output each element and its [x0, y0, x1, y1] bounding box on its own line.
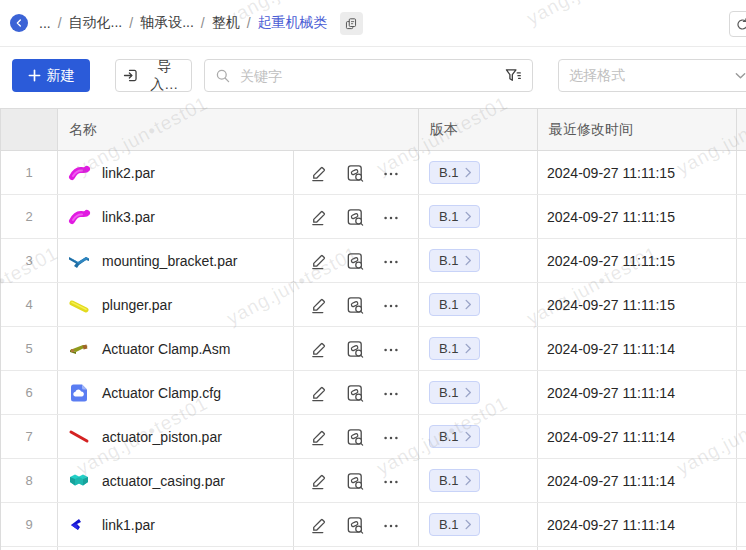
- version-chevron-right-icon: [464, 387, 472, 398]
- ellipsis-icon: [382, 252, 400, 270]
- file-name[interactable]: link3.par: [102, 209, 155, 225]
- relations-button[interactable]: [345, 515, 365, 535]
- new-button[interactable]: 新建: [12, 59, 90, 92]
- version-badge[interactable]: B.1: [429, 161, 480, 184]
- file-thumbnail-icon: [67, 249, 91, 273]
- more-button[interactable]: [382, 516, 400, 534]
- file-name-cell[interactable]: link1.par: [58, 503, 294, 546]
- more-button[interactable]: [382, 384, 400, 402]
- modified-cell: 2024-09-27 11:11:14: [538, 503, 737, 546]
- table-row: 5 Actuator Clamp.Asm: [1, 327, 746, 371]
- breadcrumb-item[interactable]: 整机: [212, 14, 240, 32]
- import-button[interactable]: 导入…: [115, 59, 192, 92]
- table-row: 1 link2.par: [1, 151, 746, 195]
- file-name-cell[interactable]: actuator_casing.par: [58, 459, 294, 502]
- relations-button[interactable]: [345, 163, 365, 183]
- file-thumbnail-icon: [67, 205, 91, 229]
- version-chevron-right-icon: [464, 299, 472, 310]
- version-label: B.1: [439, 341, 459, 356]
- relations-button[interactable]: [345, 427, 365, 447]
- edit-button[interactable]: [309, 471, 328, 490]
- file-name-cell[interactable]: actuator_piston.par: [58, 415, 294, 458]
- version-badge[interactable]: B.1: [429, 337, 480, 360]
- back-button[interactable]: [10, 14, 28, 32]
- breadcrumb-item[interactable]: ...: [39, 15, 51, 31]
- file-name-cell[interactable]: link3.par: [58, 195, 294, 238]
- version-badge[interactable]: B.1: [429, 249, 480, 272]
- file-name-cell[interactable]: mounting_bracket.par: [58, 239, 294, 282]
- version-badge[interactable]: B.1: [429, 205, 480, 228]
- copy-button[interactable]: [340, 12, 363, 35]
- relations-button[interactable]: [345, 295, 365, 315]
- row-index-label: 3: [25, 253, 32, 268]
- row-index: 6: [1, 371, 58, 414]
- modified-time: 2024-09-27 11:11:15: [547, 209, 675, 225]
- file-name[interactable]: link1.par: [102, 517, 155, 533]
- format-select-placeholder: 选择格式: [569, 67, 625, 85]
- relations-button[interactable]: [345, 207, 365, 227]
- file-name-cell[interactable]: link2.par: [58, 151, 294, 194]
- edit-button[interactable]: [309, 515, 328, 534]
- format-select[interactable]: 选择格式: [558, 59, 746, 92]
- version-badge[interactable]: B.1: [429, 513, 480, 536]
- file-name[interactable]: actuator_piston.par: [102, 429, 222, 445]
- header-version: 版本: [419, 109, 538, 150]
- edit-button[interactable]: [309, 295, 328, 314]
- file-name[interactable]: actuator_casing.par: [102, 473, 225, 489]
- document-link-magnifier-icon: [345, 515, 365, 535]
- file-name[interactable]: Actuator Clamp.Asm: [102, 341, 230, 357]
- more-button[interactable]: [382, 252, 400, 270]
- edit-button[interactable]: [309, 163, 328, 182]
- search-input[interactable]: [238, 67, 501, 85]
- version-badge[interactable]: B.1: [429, 293, 480, 316]
- more-button[interactable]: [382, 296, 400, 314]
- row-actions: [294, 239, 419, 282]
- edit-button[interactable]: [309, 207, 328, 226]
- breadcrumb-item[interactable]: 轴承设...: [140, 14, 194, 32]
- more-button[interactable]: [382, 340, 400, 358]
- edit-pencil-icon: [309, 471, 328, 490]
- modified-time: 2024-09-27 11:11:14: [547, 429, 675, 445]
- file-name-cell[interactable]: plunger.par: [58, 283, 294, 326]
- file-name[interactable]: mounting_bracket.par: [102, 253, 237, 269]
- more-button[interactable]: [382, 208, 400, 226]
- edit-button[interactable]: [309, 383, 328, 402]
- file-name[interactable]: link2.par: [102, 165, 155, 181]
- partial-cell: [737, 371, 746, 414]
- breadcrumb-item[interactable]: 自动化...: [69, 14, 123, 32]
- version-badge[interactable]: B.1: [429, 425, 480, 448]
- edit-button[interactable]: [309, 339, 328, 358]
- table-row: 4 plunger.par: [1, 283, 746, 327]
- version-chevron-right-icon: [464, 255, 472, 266]
- relations-button[interactable]: [345, 339, 365, 359]
- filter-button[interactable]: [501, 64, 524, 87]
- breadcrumb-separator: /: [129, 15, 133, 31]
- version-badge[interactable]: B.1: [429, 469, 480, 492]
- edit-button[interactable]: [309, 251, 328, 270]
- ellipsis-icon: [382, 516, 400, 534]
- filter-icon: [503, 66, 522, 85]
- row-actions: [294, 415, 419, 458]
- table-row: 3 mounting_bracket.par: [1, 239, 746, 283]
- file-name-cell[interactable]: Actuator Clamp.Asm: [58, 327, 294, 370]
- more-button[interactable]: [382, 472, 400, 490]
- edit-pencil-icon: [309, 295, 328, 314]
- import-icon: [122, 67, 139, 84]
- more-button[interactable]: [382, 428, 400, 446]
- file-name-cell[interactable]: Actuator Clamp.cfg: [58, 371, 294, 414]
- file-thumbnail-icon: [67, 161, 91, 185]
- relations-button[interactable]: [345, 471, 365, 491]
- partial-cell: [737, 503, 746, 546]
- file-name[interactable]: plunger.par: [102, 297, 172, 313]
- version-cell: B.1: [419, 195, 538, 238]
- more-button[interactable]: [382, 164, 400, 182]
- refresh-button[interactable]: [729, 11, 746, 37]
- breadcrumb-item[interactable]: 起重机械类: [258, 14, 328, 32]
- version-label: B.1: [439, 429, 459, 444]
- version-badge[interactable]: B.1: [429, 381, 480, 404]
- row-index: 2: [1, 195, 58, 238]
- relations-button[interactable]: [345, 383, 365, 403]
- edit-button[interactable]: [309, 427, 328, 446]
- file-name[interactable]: Actuator Clamp.cfg: [102, 385, 221, 401]
- relations-button[interactable]: [345, 251, 365, 271]
